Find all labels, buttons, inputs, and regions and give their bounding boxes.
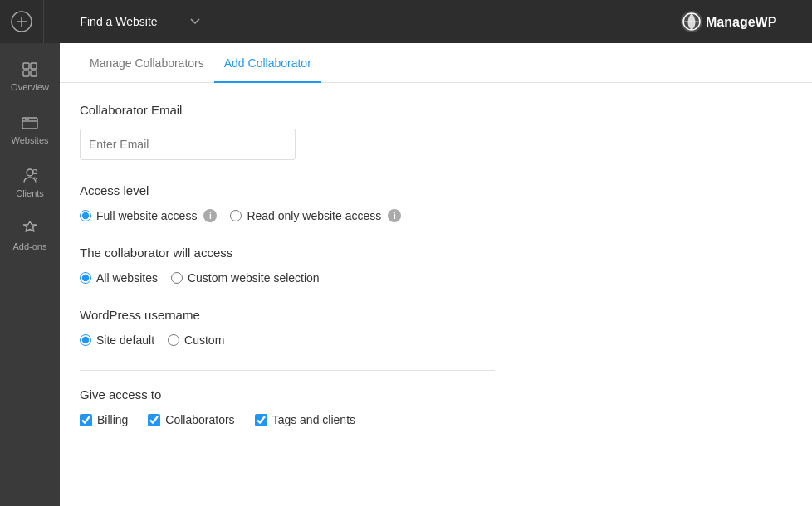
svg-rect-7 [23,63,29,69]
radio-all-websites-input[interactable] [80,272,91,284]
checkbox-collaborators-label: Collaborators [165,413,234,426]
wp-username-radio-group: Site default Custom [80,333,792,347]
websites-icon [21,114,39,132]
radio-site-default[interactable]: Site default [80,333,154,347]
svg-rect-9 [23,71,29,76]
checkbox-collaborators[interactable]: Collaborators [148,413,234,426]
radio-site-default-input[interactable] [80,334,91,346]
find-website-label: Find a Website [54,15,183,28]
wp-username-section: WordPress username Site default Custom [80,308,792,347]
tabs-bar: Manage Collaborators Add Collaborator [60,43,812,83]
access-scope-radio-group: All websites Custom website selection [80,271,792,285]
give-access-label: Give access to [80,387,792,401]
overview-icon [21,61,39,79]
collaborator-email-label: Collaborator Email [80,103,792,117]
radio-readonly-access-label: Read only website access [247,209,381,222]
form-area: Collaborator Email Access level Full web… [60,83,812,470]
sidebar-item-websites[interactable]: Websites [0,103,60,156]
topbar: Find a Website ManageWP [0,0,812,43]
sidebar-overview-label: Overview [11,82,49,92]
radio-custom-username-label: Custom [184,333,224,347]
access-level-section: Access level Full website access i Read … [80,183,792,222]
chevron-down-icon [190,18,200,25]
svg-point-15 [27,169,33,176]
clients-icon [21,167,39,185]
email-input[interactable] [80,129,296,160]
checkbox-tags-and-clients-input[interactable] [255,414,267,426]
radio-custom-selection-label: Custom website selection [188,271,320,285]
radio-custom-username[interactable]: Custom [168,333,224,347]
wp-username-label: WordPress username [80,308,792,322]
form-divider [80,370,495,371]
tab-add-collaborator[interactable]: Add Collaborator [214,43,321,83]
readonly-access-info-icon[interactable]: i [388,209,401,222]
collaborator-access-label: The collaborator will access [80,246,792,260]
checkbox-billing[interactable]: Billing [80,413,128,426]
access-level-radio-group: Full website access i Read only website … [80,209,792,222]
radio-readonly-access-input[interactable] [230,210,242,221]
radio-full-access-input[interactable] [80,210,91,221]
sidebar-item-overview[interactable]: Overview [0,50,60,103]
collaborator-email-section: Collaborator Email [80,103,792,160]
managewp-logo: ManageWP [679,9,795,34]
sidebar-addons-label: Add-ons [13,241,47,251]
radio-all-websites[interactable]: All websites [80,271,158,285]
radio-site-default-label: Site default [96,333,154,347]
addons-icon [21,220,39,238]
radio-all-websites-label: All websites [96,271,158,285]
checkbox-tags-and-clients-label: Tags and clients [272,413,355,426]
sidebar-item-clients[interactable]: Clients [0,156,60,209]
give-access-section: Give access to Billing Collaborators Tag… [80,387,792,426]
tab-manage-collaborators[interactable]: Manage Collaborators [80,43,214,83]
sidebar: Overview Websites Clients Add [0,43,60,506]
svg-rect-10 [31,71,37,76]
give-access-checkbox-group: Billing Collaborators Tags and clients [80,413,792,426]
checkbox-billing-label: Billing [97,413,128,426]
svg-rect-11 [22,118,37,129]
checkbox-billing-input[interactable] [80,414,92,426]
radio-full-access[interactable]: Full website access i [80,209,217,222]
full-access-info-icon[interactable]: i [203,209,217,222]
radio-readonly-access[interactable]: Read only website access i [230,209,401,222]
checkbox-tags-and-clients[interactable]: Tags and clients [255,413,355,426]
radio-full-access-label: Full website access [96,209,197,222]
app-body: Overview Websites Clients Add [0,43,812,506]
checkbox-collaborators-input[interactable] [148,414,160,426]
add-website-button[interactable] [0,0,43,43]
access-level-label: Access level [80,183,792,197]
svg-rect-8 [31,63,37,69]
svg-text:ManageWP: ManageWP [706,15,777,29]
sidebar-clients-label: Clients [16,188,44,198]
find-website-dropdown[interactable]: Find a Website [44,0,210,43]
sidebar-websites-label: Websites [11,135,48,145]
radio-custom-selection[interactable]: Custom website selection [171,271,320,285]
collaborator-access-section: The collaborator will access All website… [80,246,792,285]
main-content: Manage Collaborators Add Collaborator Co… [60,43,812,506]
radio-custom-selection-input[interactable] [171,272,183,284]
sidebar-item-addons[interactable]: Add-ons [0,209,60,262]
radio-custom-username-input[interactable] [168,334,179,346]
